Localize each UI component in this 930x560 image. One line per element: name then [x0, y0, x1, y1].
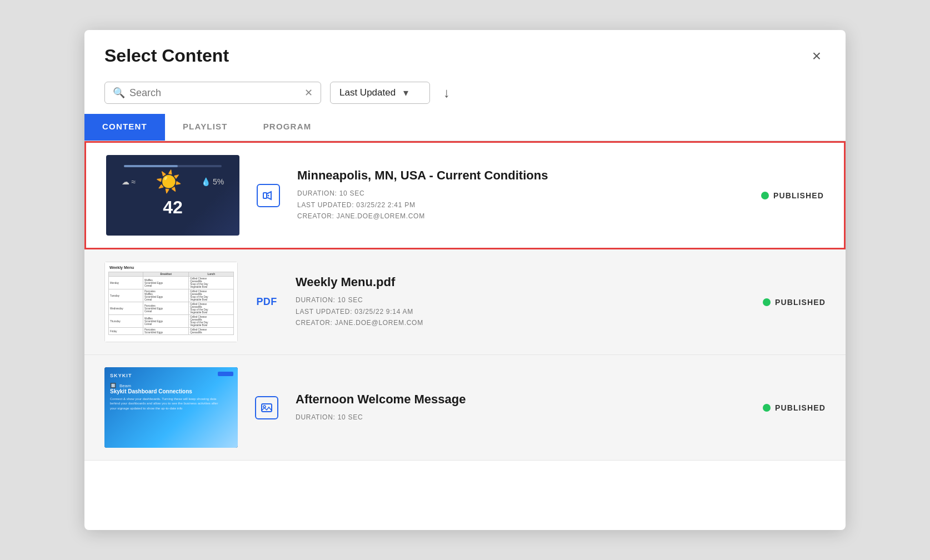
- last-updated-value: 03/25/22 2:41 PM: [356, 201, 415, 209]
- content-icon-image: [253, 396, 280, 419]
- content-meta: DURATION: 10 SEC: [296, 412, 732, 423]
- sort-order-button[interactable]: ↓: [439, 83, 454, 103]
- status-label: PUBLISHED: [773, 191, 824, 200]
- search-box[interactable]: 🔍 ✕: [104, 82, 321, 104]
- content-status: PUBLISHED: [748, 298, 826, 307]
- creator-value: JANE.DOE@LOREM.COM: [335, 319, 423, 327]
- chevron-down-icon: ▾: [403, 87, 408, 99]
- thumbnail-pdf: Weekly Menu BreakfastLunch MondayWaffles…: [104, 262, 238, 342]
- status-dot-published: [763, 404, 771, 412]
- last-updated-label: LAST UPDATED:: [297, 201, 354, 209]
- content-status: PUBLISHED: [746, 191, 824, 200]
- search-input[interactable]: [129, 87, 300, 99]
- list-item[interactable]: SKYKIT 🔲 Beam Skykit Dashboard Connectio…: [84, 355, 846, 461]
- image-icon: [255, 396, 278, 419]
- content-list: ☁ ≈ ☀️ 💧 5% 42 Minneapolis, MN: [84, 141, 846, 530]
- duration-value: 10 SEC: [339, 189, 365, 197]
- pdf-icon: PDF: [256, 296, 277, 308]
- duration-value: 10 SEC: [338, 413, 363, 421]
- content-name: Weekly Menu.pdf: [296, 275, 732, 289]
- sort-label: Last Updated: [339, 87, 396, 98]
- close-button[interactable]: ×: [808, 46, 826, 66]
- content-name: Minneapolis, MN, USA - Current Condition…: [297, 168, 731, 183]
- tab-playlist[interactable]: PLAYLIST: [165, 114, 246, 141]
- last-updated-label: LAST UPDATED:: [296, 308, 352, 316]
- last-updated-value: 03/25/22 9:14 AM: [354, 308, 413, 316]
- creator-value: JANE.DOE@LOREM.COM: [337, 212, 425, 220]
- content-info: Afternoon Welcome Message DURATION: 10 S…: [296, 392, 732, 423]
- list-item[interactable]: Weekly Menu BreakfastLunch MondayWaffles…: [84, 249, 846, 355]
- creator-label: CREATOR:: [297, 212, 334, 220]
- status-dot-published: [763, 298, 771, 306]
- creator-label: CREATOR:: [296, 319, 333, 327]
- toolbar: 🔍 ✕ Last Updated ▾ ↓: [84, 76, 846, 114]
- thumbnail-weather: ☁ ≈ ☀️ 💧 5% 42: [106, 155, 239, 236]
- clear-icon[interactable]: ✕: [304, 87, 313, 99]
- content-meta: DURATION: 10 SEC LAST UPDATED: 03/25/22 …: [297, 188, 731, 222]
- search-icon: 🔍: [113, 87, 125, 99]
- content-meta: DURATION: 10 SEC LAST UPDATED: 03/25/22 …: [296, 294, 732, 328]
- duration-label: DURATION:: [297, 189, 337, 197]
- duration-value: 10 SEC: [338, 296, 363, 304]
- tab-content[interactable]: CONTENT: [84, 114, 165, 141]
- sort-dropdown[interactable]: Last Updated ▾: [330, 82, 430, 104]
- status-dot-published: [761, 192, 769, 199]
- modal-title: Select Content: [104, 46, 229, 66]
- duration-label: DURATION:: [296, 296, 336, 304]
- tab-program[interactable]: PROGRAM: [246, 114, 329, 141]
- content-icon-audio: [255, 184, 282, 207]
- content-icon-pdf: PDF: [253, 296, 280, 308]
- content-name: Afternoon Welcome Message: [296, 392, 732, 407]
- list-item[interactable]: ☁ ≈ ☀️ 💧 5% 42 Minneapolis, MN: [84, 141, 846, 249]
- audio-icon: [257, 184, 280, 207]
- modal-header: Select Content ×: [84, 30, 846, 76]
- content-status: PUBLISHED: [748, 403, 826, 412]
- content-info: Weekly Menu.pdf DURATION: 10 SEC LAST UP…: [296, 275, 732, 328]
- duration-label: DURATION:: [296, 413, 336, 421]
- status-label: PUBLISHED: [775, 298, 826, 307]
- modal: Select Content × 🔍 ✕ Last Updated ▾ ↓ CO…: [84, 30, 846, 530]
- tabs-bar: CONTENT PLAYLIST PROGRAM: [84, 114, 846, 141]
- content-info: Minneapolis, MN, USA - Current Condition…: [297, 168, 731, 222]
- svg-point-2: [268, 194, 269, 196]
- status-label: PUBLISHED: [775, 403, 826, 412]
- thumbnail-skykit: SKYKIT 🔲 Beam Skykit Dashboard Connectio…: [104, 367, 238, 448]
